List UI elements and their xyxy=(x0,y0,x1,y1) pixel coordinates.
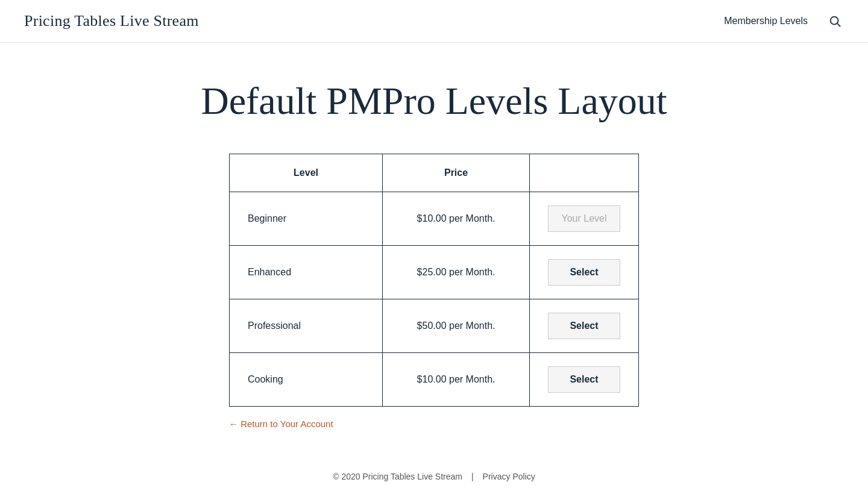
return-link-container: ← Return to Your Account xyxy=(229,419,639,430)
main-content: Default PMPro Levels Layout Level Price … xyxy=(0,43,868,454)
footer-copyright: © 2020 Pricing Tables Live Stream xyxy=(333,472,462,481)
membership-levels-link[interactable]: Membership Levels xyxy=(724,16,808,27)
return-to-account-link[interactable]: ← Return to Your Account xyxy=(229,419,333,429)
cell-action-2: Select xyxy=(529,299,638,353)
privacy-policy-link[interactable]: Privacy Policy xyxy=(483,472,535,481)
select-button-3[interactable]: Select xyxy=(548,366,620,393)
select-button-2[interactable]: Select xyxy=(548,313,620,339)
table-row: Beginner$10.00 per Month.Your Level xyxy=(230,192,639,246)
search-button[interactable] xyxy=(826,12,844,30)
col-header-level: Level xyxy=(230,154,383,192)
table-row: Professional$50.00 per Month.Select xyxy=(230,299,639,353)
cell-action-1: Select xyxy=(529,246,638,299)
cell-price-3: $10.00 per Month. xyxy=(383,353,530,407)
col-header-action xyxy=(529,154,638,192)
search-icon xyxy=(828,14,841,28)
page-heading: Default PMPro Levels Layout xyxy=(201,79,667,123)
table-header-row: Level Price xyxy=(230,154,639,192)
main-nav: Membership Levels xyxy=(724,12,844,30)
table-row: Enhanced$25.00 per Month.Select xyxy=(230,246,639,299)
cell-action-3: Select xyxy=(529,353,638,407)
site-title: Pricing Tables Live Stream xyxy=(24,12,199,30)
footer-content: © 2020 Pricing Tables Live Stream | Priv… xyxy=(24,472,844,481)
cell-level-1: Enhanced xyxy=(230,246,383,299)
cell-level-0: Beginner xyxy=(230,192,383,246)
footer-divider: | xyxy=(471,472,474,481)
site-footer: © 2020 Pricing Tables Live Stream | Priv… xyxy=(0,454,868,497)
cell-price-1: $25.00 per Month. xyxy=(383,246,530,299)
cell-level-2: Professional xyxy=(230,299,383,353)
svg-point-0 xyxy=(831,17,838,25)
cell-action-0: Your Level xyxy=(529,192,638,246)
cell-level-3: Cooking xyxy=(230,353,383,407)
svg-line-1 xyxy=(837,23,840,27)
your-level-badge: Your Level xyxy=(548,205,620,232)
table-row: Cooking$10.00 per Month.Select xyxy=(230,353,639,407)
col-header-price: Price xyxy=(383,154,530,192)
cell-price-0: $10.00 per Month. xyxy=(383,192,530,246)
pricing-table: Level Price Beginner$10.00 per Month.You… xyxy=(229,154,639,407)
site-header: Pricing Tables Live Stream Membership Le… xyxy=(0,0,868,43)
cell-price-2: $50.00 per Month. xyxy=(383,299,530,353)
select-button-1[interactable]: Select xyxy=(548,259,620,286)
